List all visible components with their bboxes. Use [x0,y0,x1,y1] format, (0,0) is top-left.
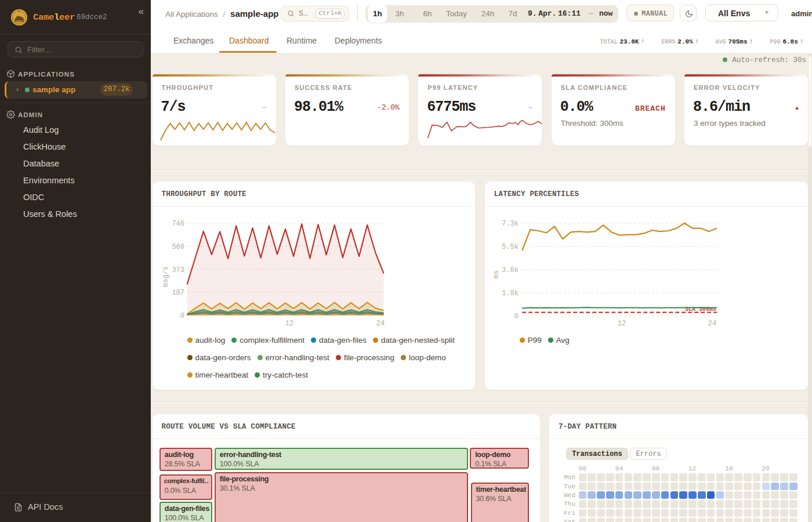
svg-text:7.3k: 7.3k [502,220,519,228]
svg-text:24: 24 [376,320,384,328]
svg-text:746: 746 [172,220,184,228]
svg-text:12: 12 [618,320,626,328]
svg-text:5.5k: 5.5k [502,243,519,251]
svg-text:373: 373 [172,266,184,274]
svg-text:12: 12 [285,320,293,328]
svg-text:0: 0 [514,313,519,321]
svg-text:560: 560 [172,243,184,251]
svg-text:24: 24 [708,320,716,328]
svg-text:1.8k: 1.8k [502,289,519,298]
svg-text:187: 187 [172,289,184,297]
svg-text:msg/s: msg/s [162,266,170,287]
svg-text:0: 0 [180,312,184,320]
svg-text:3.6k: 3.6k [502,266,519,274]
svg-text:ms: ms [492,270,501,278]
